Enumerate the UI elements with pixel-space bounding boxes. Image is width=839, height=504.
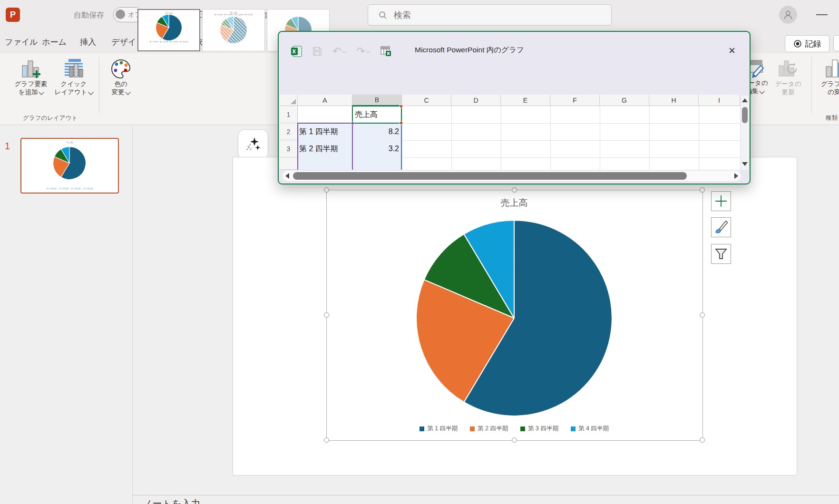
vertical-scrollbar[interactable]: [741, 96, 749, 170]
application-window: P 自動保存 オフ ↶ ↷ プレゼンテーション1 - Power… 検索 ファイ…: [0, 0, 839, 504]
legend-swatch: [520, 426, 525, 431]
window-close-icon[interactable]: ✕: [725, 43, 739, 58]
chart-layouts-group-label: グラフのレイアウト: [23, 114, 78, 122]
quick-layout-button[interactable]: クイック レイアウト: [53, 58, 94, 96]
record-label: 記録: [805, 39, 821, 49]
change-chart-type-button[interactable]: グラフの種類 の変更: [821, 58, 839, 96]
quick-layout-icon: [63, 58, 85, 80]
chart-style-1-pie-icon: [156, 14, 182, 41]
notes-placeholder[interactable]: ノートを入力: [143, 497, 200, 504]
search-input[interactable]: 検索: [368, 4, 612, 26]
slide-thumbnail[interactable]: 売上高 第 1 四半期第 2 四半期 第 3 四半期第 4 四半期: [20, 138, 119, 194]
vertical-scroll-thumb[interactable]: [742, 107, 748, 123]
selection-handle[interactable]: [324, 187, 329, 193]
scroll-left-arrow-icon[interactable]: [285, 173, 289, 179]
window-redo-button[interactable]: ↷: [353, 45, 373, 58]
selection-handle[interactable]: [324, 312, 329, 318]
tab-insert[interactable]: 挿入: [80, 37, 96, 48]
column-header-a[interactable]: A: [298, 95, 352, 106]
change-colors-button[interactable]: 色の 変更: [107, 58, 135, 96]
column-header-d[interactable]: D: [451, 95, 501, 106]
tab-home[interactable]: ホーム: [42, 37, 67, 48]
type-group-label: 種類: [826, 114, 838, 122]
palette-icon: [110, 58, 132, 80]
chart-styles-button[interactable]: [711, 217, 731, 237]
window-undo-button[interactable]: ↶: [329, 45, 349, 58]
window-save-icon[interactable]: [311, 45, 323, 58]
minimize-button[interactable]: [816, 14, 828, 15]
column-header-c[interactable]: C: [402, 95, 451, 106]
chart-elements-button[interactable]: [711, 191, 731, 211]
search-icon: [379, 11, 387, 19]
active-cell-selection: [352, 106, 402, 124]
refresh-data-icon: [777, 58, 799, 80]
sparkle-icon: [245, 136, 261, 153]
chart-style-1[interactable]: 売上高 第 1 四半期第 2 四半期 第 3 四半期第 4 四半期: [137, 9, 200, 51]
range-handle[interactable]: [351, 122, 354, 125]
row-header-3[interactable]: 3: [280, 140, 298, 157]
panel-divider: [132, 125, 133, 504]
scroll-right-arrow-icon[interactable]: [734, 173, 738, 179]
selection-handle[interactable]: [700, 437, 705, 443]
column-header-i[interactable]: I: [699, 95, 740, 106]
brush-icon: [714, 220, 728, 234]
person-icon: [782, 9, 794, 20]
column-header-g[interactable]: G: [600, 95, 649, 106]
column-header-b[interactable]: B: [352, 95, 402, 106]
chart-legend[interactable]: 第 1 四半期 第 2 四半期 第 3 四半期 第 4 四半期: [348, 425, 681, 433]
comments-button[interactable]: [833, 35, 839, 51]
group-separator: [99, 57, 99, 113]
horizontal-scroll-thumb[interactable]: [293, 172, 687, 180]
legend-item[interactable]: 第 1 四半期: [420, 425, 458, 433]
thumbnail-pie-icon: [53, 146, 86, 180]
refresh-data-button[interactable]: データの 更新: [771, 58, 805, 96]
row-header-1[interactable]: 1: [280, 106, 298, 123]
record-icon: [793, 39, 802, 48]
column-header-h[interactable]: H: [649, 95, 699, 106]
group-separator: [811, 57, 812, 113]
legend-swatch: [420, 426, 424, 431]
category-range-outline: [297, 123, 353, 170]
change-chart-type-icon: [824, 58, 839, 80]
select-all-corner[interactable]: [280, 95, 298, 106]
horizontal-scrollbar[interactable]: [283, 171, 741, 181]
scroll-up-arrow-icon[interactable]: [742, 98, 748, 102]
powerpoint-logo-icon[interactable]: P: [6, 8, 20, 22]
fill-handle[interactable]: [400, 105, 403, 108]
legend-swatch: [571, 426, 576, 431]
legend-item[interactable]: 第 4 四半期: [571, 425, 609, 433]
add-chart-element-button[interactable]: グラフ要素 を追加: [10, 58, 51, 96]
account-avatar[interactable]: [779, 6, 797, 24]
row-header-2[interactable]: 2: [280, 123, 298, 140]
selection-handle[interactable]: [512, 187, 517, 193]
selection-handle[interactable]: [512, 437, 517, 443]
selection-handle[interactable]: [700, 187, 705, 193]
chart-style-2[interactable]: 売上高 第 1 四半期第 2 四半期 第 3 四半期第 4 四半期: [202, 9, 265, 51]
notes-divider[interactable]: [132, 495, 839, 495]
selection-handle[interactable]: [324, 437, 329, 443]
value-range-outline: [352, 123, 402, 170]
chart-filters-button[interactable]: [711, 244, 731, 264]
search-placeholder: 検索: [394, 10, 411, 21]
pie-chart[interactable]: [414, 218, 614, 418]
chart-title[interactable]: 売上高: [414, 197, 614, 209]
legend-item[interactable]: 第 2 四半期: [470, 425, 508, 433]
slide-number: 1: [5, 141, 10, 152]
selection-handle[interactable]: [700, 312, 705, 318]
designer-button[interactable]: [238, 129, 268, 160]
legend-item[interactable]: 第 3 四半期: [520, 425, 558, 433]
row-header-4[interactable]: [280, 157, 298, 170]
chart-data-window[interactable]: ↶ ↷ Microsoft PowerPoint 内のグラフ ✕ A B C D…: [278, 31, 751, 184]
fill-handle[interactable]: [400, 121, 403, 125]
record-button[interactable]: 記録: [785, 35, 829, 52]
toggle-knob-icon: [116, 10, 125, 19]
edit-in-excel-icon[interactable]: [380, 45, 392, 58]
column-header-f[interactable]: F: [550, 95, 600, 106]
plus-icon: [715, 195, 727, 207]
column-header-e[interactable]: E: [501, 95, 550, 106]
tab-file[interactable]: ファイル: [5, 37, 38, 48]
autosave-label: 自動保存: [74, 10, 104, 20]
spreadsheet[interactable]: A B C D E F G H I 1 2 3 売上高 第 1 四半期: [280, 95, 740, 170]
scroll-down-arrow-icon[interactable]: [742, 162, 748, 166]
funnel-icon: [714, 247, 728, 261]
